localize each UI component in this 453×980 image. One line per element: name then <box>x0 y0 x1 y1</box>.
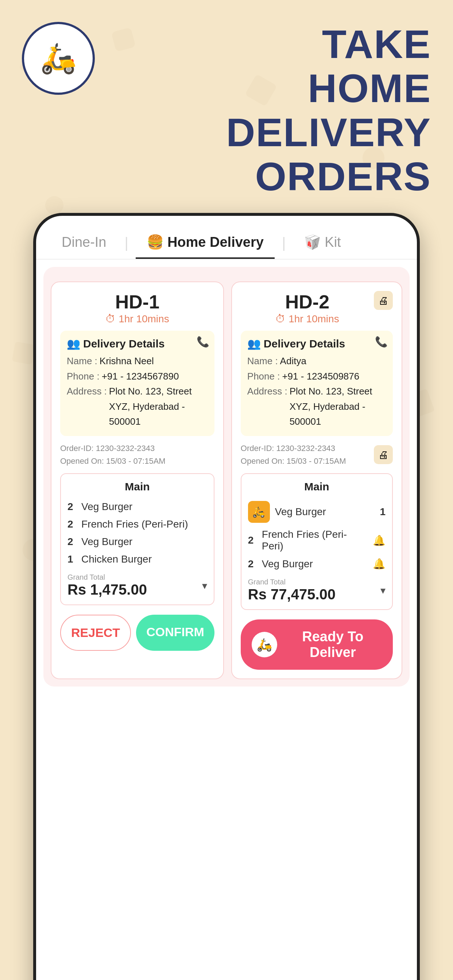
items-section-hd2: Main 🛵 Veg Burger 1 2 French Fries (Peri… <box>241 473 393 610</box>
grand-total-hd2: Grand Total Rs 77,475.00 ▾ <box>248 578 386 603</box>
tab-home-delivery[interactable]: 🍔 Home Delivery <box>136 227 274 259</box>
order-time-hd1: ⏱ 1hr 10mins <box>60 313 214 325</box>
item-hd1-4: 1 Chicken Burger <box>67 550 207 568</box>
tab-dine-in[interactable]: Dine-In <box>51 227 118 259</box>
delivery-box-hd1: 👥 Delivery Details 📞 Name : Krishna Neel… <box>60 331 214 436</box>
tabs-bar: Dine-In | 🍔 Home Delivery | 🥡 Kit <box>36 216 417 259</box>
rtd-text: Ready To Deliver <box>284 629 382 660</box>
delivery-phone-hd1: Phone : +91 - 1234567890 <box>67 369 208 384</box>
delivery-title-hd1: 👥 Delivery Details <box>67 337 208 350</box>
phone-icon-hd2: 📞 <box>375 336 388 348</box>
delivery-title-hd2: 👥 Delivery Details <box>247 337 386 350</box>
delivery-address-hd2: Address : Plot No. 123, Street XYZ, Hyde… <box>247 384 386 430</box>
grand-total-hd1: Grand Total Rs 1,475.00 ▾ <box>67 573 207 598</box>
delivery-arrow-icon: 🛵 <box>252 506 265 518</box>
item-hd1-3: 2 Veg Burger <box>67 533 207 550</box>
print-button-hd2[interactable]: 🖨 <box>374 291 393 310</box>
delivery-phone-hd2: Phone : +91 - 1234509876 <box>247 369 386 384</box>
tab-kit[interactable]: 🥡 Kit <box>293 227 352 259</box>
expand-icon-hd1[interactable]: ▾ <box>202 580 207 592</box>
print-button-hd2-meta[interactable]: 🖨 <box>374 445 393 464</box>
orders-grid: HD-1 ⏱ 1hr 10mins 👥 Delivery Details 📞 N… <box>51 282 402 679</box>
item-hd2-2: 2 French Fries (Peri-Peri) 🔔 <box>248 526 386 555</box>
order-meta-hd1: Order-ID: 1230-3232-2343 Opened On: 15/0… <box>60 442 214 468</box>
delivery-bike-icon: 🛵 <box>257 637 272 652</box>
orders-area: HD-1 ⏱ 1hr 10mins 👥 Delivery Details 📞 N… <box>43 267 410 687</box>
item-hd1-2: 2 French Fries (Peri-Peri) <box>67 515 207 533</box>
delivery-logo: 🛵 <box>22 22 95 95</box>
confirm-button-hd1[interactable]: CONFIRM <box>136 615 214 651</box>
delivery-box-hd2: 👥 Delivery Details 📞 Name : Aditya Phone… <box>241 331 393 436</box>
preparing-icon-hd2-1: 🛵 <box>248 501 270 523</box>
header: 🛵 TAKE HOME DELIVERY ORDERS <box>0 0 453 213</box>
rtd-icon: 🛵 <box>252 632 277 657</box>
item-hd1-1: 2 Veg Burger <box>67 498 207 515</box>
tab-divider-1: | <box>125 235 128 251</box>
order-id-hd2: HD-2 <box>241 291 374 313</box>
item-hd2-3: 2 Veg Burger 🔔 <box>248 555 386 573</box>
people-icon-hd2: 👥 <box>247 337 261 350</box>
delivery-name-hd2: Name : Aditya <box>247 354 386 369</box>
order-header-hd2: HD-2 ⏱ 1hr 10mins 🖨 <box>241 291 393 325</box>
order-meta-text-hd2: Order-ID: 1230-3232-2343 Opened On: 15/0… <box>241 442 346 468</box>
item-hd2-1: 🛵 Veg Burger 1 <box>248 498 386 526</box>
action-buttons-hd1: REJECT CONFIRM <box>60 615 214 651</box>
bell-icon-hd2-3: 🔔 <box>373 558 386 570</box>
people-icon-hd1: 👥 <box>67 337 80 350</box>
order-meta-text-hd1: Order-ID: 1230-3232-2343 Opened On: 15/0… <box>60 442 166 468</box>
ready-to-deliver-button[interactable]: 🛵 Ready To Deliver <box>241 619 393 670</box>
items-section-hd1: Main 2 Veg Burger 2 French Fries (Peri-P… <box>60 473 214 605</box>
order-id-hd1: HD-1 <box>60 291 214 313</box>
phone-mockup: Dine-In | 🍔 Home Delivery | 🥡 Kit HD-1 ⏱… <box>33 213 420 980</box>
order-card-hd1: HD-1 ⏱ 1hr 10mins 👥 Delivery Details 📞 N… <box>51 282 224 679</box>
clock-icon-hd2: ⏱ <box>275 313 286 325</box>
clock-icon-hd1: ⏱ <box>105 313 116 325</box>
tab-divider-2: | <box>282 235 286 251</box>
items-category-hd2: Main <box>248 480 386 493</box>
header-title: TAKE HOME DELIVERY ORDERS <box>95 22 431 198</box>
delivery-name-hd1: Name : Krishna Neel <box>67 354 208 369</box>
bell-icon-hd2-2: 🔔 <box>373 535 386 547</box>
expand-icon-hd2[interactable]: ▾ <box>380 584 386 597</box>
delivery-address-hd1: Address : Plot No. 123, Street XYZ, Hyde… <box>67 384 208 430</box>
order-meta-hd2: Order-ID: 1230-3232-2343 Opened On: 15/0… <box>241 442 393 468</box>
order-header-hd1: HD-1 ⏱ 1hr 10mins <box>60 291 214 325</box>
items-category-hd1: Main <box>67 480 207 493</box>
order-card-hd2: HD-2 ⏱ 1hr 10mins 🖨 👥 Delivery Details <box>231 282 402 679</box>
order-time-hd2: ⏱ 1hr 10mins <box>241 313 374 325</box>
reject-button-hd1[interactable]: REJECT <box>60 615 131 651</box>
title-text: TAKE HOME DELIVERY ORDERS <box>109 22 431 198</box>
phone-icon-hd1: 📞 <box>196 336 209 348</box>
scooter-icon: 🛵 <box>40 41 77 75</box>
